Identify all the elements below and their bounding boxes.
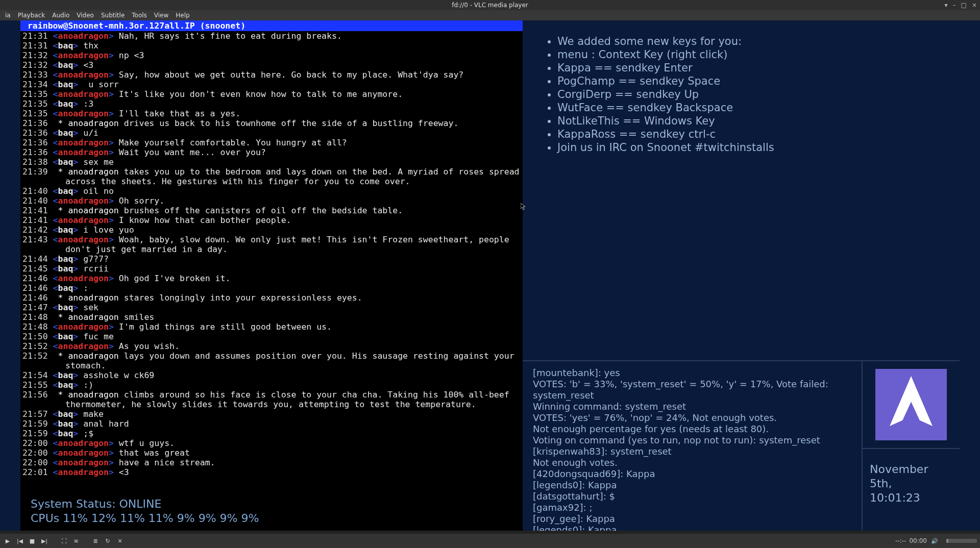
irc-line: 21:52 * anoadragon lays you down and ass… <box>22 351 521 370</box>
chat-line: Not enough votes. <box>533 457 855 468</box>
status-line1: System Status: ONLINE <box>31 497 259 511</box>
menu-tools[interactable]: Tools <box>129 12 150 19</box>
volume-slider[interactable] <box>946 539 977 543</box>
irc-line: 21:32 <anoadragon> np <3 <box>22 51 521 60</box>
menu-audio[interactable]: Audio <box>49 12 72 19</box>
chat-line: Not enough percentage for yes (needs at … <box>533 424 855 435</box>
irc-line: 21:36 <anoadragon> Make yourself comfort… <box>22 138 521 147</box>
irc-line: 21:56 * anoadragon climbs around so his … <box>22 390 521 409</box>
irc-line: 21:46 <anoadragon> Oh god I've broken it… <box>22 273 521 283</box>
irc-line: 21:45 <baq> rcrii <box>22 264 521 273</box>
date-panel: November 5th, 10:01:23 <box>863 448 960 534</box>
irc-line: 22:01 <anoadragon> <3 <box>22 467 521 477</box>
irc-line: 21:42 <baq> i love yuo <box>22 225 521 235</box>
irc-line: 21:59 <baq> ;$ <box>22 429 521 438</box>
keys-item: We added some new keys for you: <box>557 35 949 48</box>
irc-line: 21:50 <baq> fuc me <box>22 332 521 341</box>
fullscreen-button[interactable]: ⛶ <box>59 536 68 545</box>
date-line1: November 5th, <box>870 462 952 491</box>
menu-media[interactable]: ia <box>2 12 14 19</box>
keys-item: NotLikeThis == Windows Key <box>557 114 949 128</box>
window-titlebar: fd://0 - VLC media player ▾ – □ × <box>0 0 980 10</box>
irc-line: 21:48 * anoadragon smiles <box>22 312 521 322</box>
irc-line: 21:52 <anoadragon> As you wish. <box>22 341 521 351</box>
keys-item: WutFace == sendkey Backspace <box>557 101 949 114</box>
minimize-icon[interactable]: – <box>953 2 956 9</box>
chat-line: VOTES: 'yes' = 76%, 'nop' = 24%, Not eno… <box>533 412 855 424</box>
irc-line: 21:44 <baq> g7?7? <box>22 254 521 264</box>
irc-line: 21:41 * anoadragon brushes off the canis… <box>22 206 521 215</box>
menu-view[interactable]: View <box>151 12 172 19</box>
video-area: rainbow@Snoonet-mnh.3or.127all.IP (snoon… <box>0 20 980 534</box>
keys-item: Kappa == sendkey Enter <box>557 61 949 74</box>
keys-item: PogChamp == sendkey Space <box>557 74 949 88</box>
chat-line: VOTES: 'b' = 33%, 'system_reset' = 50%, … <box>533 379 855 401</box>
irc-line: 21:40 <baq> oil no <box>22 186 521 196</box>
irc-line: 21:35 <baq> :3 <box>22 99 521 109</box>
irc-line: 22:00 <anoadragon> that was great <box>22 448 521 458</box>
window-title: fd://0 - VLC media player <box>452 2 528 9</box>
irc-line: 21:39 * anoadragon takes you up to the b… <box>22 167 521 186</box>
irc-line: 21:59 <baq> anal hard <box>22 419 521 429</box>
volume-icon[interactable]: 🔊 <box>930 536 939 545</box>
keys-panel: We added some new keys for you:menu : Co… <box>523 20 960 159</box>
twitch-chat-panel: [mountebank]: yesVOTES: 'b' = 33%, 'syst… <box>523 361 863 534</box>
chat-line: [mountebank]: yes <box>533 367 855 379</box>
irc-line: 21:34 <baq> u sorr <box>22 80 521 89</box>
irc-panel: rainbow@Snoonet-mnh.3or.127all.IP (snoon… <box>20 20 523 534</box>
irc-line: 21:31 <baq> thx <box>22 41 521 51</box>
date-line2: 10:01:23 <box>870 491 952 505</box>
irc-line: 22:00 <anoadragon> wtf u guys. <box>22 438 521 448</box>
irc-topic-bar: rainbow@Snoonet-mnh.3or.127all.IP (snoon… <box>20 20 523 31</box>
maximize-icon[interactable]: □ <box>961 2 967 9</box>
chat-line: [gamax92]: ; <box>533 502 855 513</box>
play-button[interactable]: ▶ <box>3 536 12 545</box>
keys-item: menu : Context Key (right click) <box>557 48 949 61</box>
time-total: 00:00 <box>909 537 930 544</box>
irc-line: 21:38 <baq> sex me <box>22 157 521 167</box>
menu-playback[interactable]: Playback <box>15 12 48 19</box>
irc-line: 21:36 <anoadragon> Wait you want me... o… <box>22 147 521 157</box>
irc-line: 21:41 <anoadragon> I know how that can b… <box>22 215 521 225</box>
chat-line: [datsgottahurt]: $ <box>533 491 855 502</box>
menu-help[interactable]: Help <box>173 12 192 19</box>
system-status: System Status: ONLINE CPUs 11% 12% 11% 1… <box>31 497 259 526</box>
irc-line: 21:46 * anoadragon stares longingly into… <box>22 293 521 303</box>
chat-line: [legends0]: Kappa <box>533 480 855 491</box>
chat-line: Winning command: system_reset <box>533 401 855 412</box>
time-elapsed: --:-- <box>895 537 909 544</box>
irc-line: 21:35 <anoadragon> It's like you don't e… <box>22 89 521 99</box>
playlist-button[interactable]: ≣ <box>91 536 100 545</box>
stop-button[interactable]: ■ <box>28 536 37 545</box>
irc-line: 22:00 <anoadragon> have a nice stream. <box>22 458 521 467</box>
prev-button[interactable]: |◀ <box>15 536 24 545</box>
chat-line: Voting on command (yes to run, nop not t… <box>533 435 855 446</box>
keys-item: Join us in IRC on Snoonet #twitchinstall… <box>557 141 949 154</box>
arch-logo <box>863 361 960 448</box>
irc-line: 21:31 <anoadragon> Nah, HR says it's fin… <box>22 31 521 41</box>
irc-line: 21:57 <baq> make <box>22 409 521 419</box>
loop-button[interactable]: ↻ <box>103 536 112 545</box>
ext-settings-button[interactable]: ≡ <box>71 536 81 545</box>
chat-line: [420dongsquad69]: Kappa <box>533 468 855 480</box>
player-controls: ▶ |◀ ■ ▶| ⛶ ≡ ≣ ↻ ✕ --:-- 00:00 🔊 <box>0 534 980 548</box>
chat-line: [rory_gee]: Kappa <box>533 513 855 525</box>
chat-line: [krispenwah83]: system_reset <box>533 446 855 457</box>
keys-item: CorgiDerp == sendkey Up <box>557 88 949 101</box>
irc-line: 21:54 <baq> asshole w ck69 <box>22 370 521 380</box>
window-menu-icon[interactable]: ▾ <box>945 2 948 9</box>
irc-line: 21:35 <anoadragon> I'll take that as a y… <box>22 109 521 118</box>
menu-subtitle[interactable]: Subtitle <box>98 12 128 19</box>
close-icon[interactable]: × <box>972 2 977 9</box>
menu-video[interactable]: Video <box>74 12 97 19</box>
irc-line: 21:36 * anoadragon drives us back to his… <box>22 118 521 128</box>
irc-line: 21:32 <baq> <3 <box>22 60 521 70</box>
irc-line: 21:40 <anoadragon> Oh sorry. <box>22 196 521 206</box>
irc-line: 21:46 <baq> : <box>22 283 521 293</box>
irc-line: 21:33 <anoadragon> Say, how about we get… <box>22 70 521 80</box>
shuffle-button[interactable]: ✕ <box>115 536 125 545</box>
next-button[interactable]: ▶| <box>40 536 49 545</box>
irc-line: 21:48 <anoadragon> I'm glad things are s… <box>22 322 521 332</box>
irc-line: 21:43 <anoadragon> Woah, baby, slow down… <box>22 235 521 254</box>
irc-line: 21:47 <baq> sek <box>22 303 521 312</box>
